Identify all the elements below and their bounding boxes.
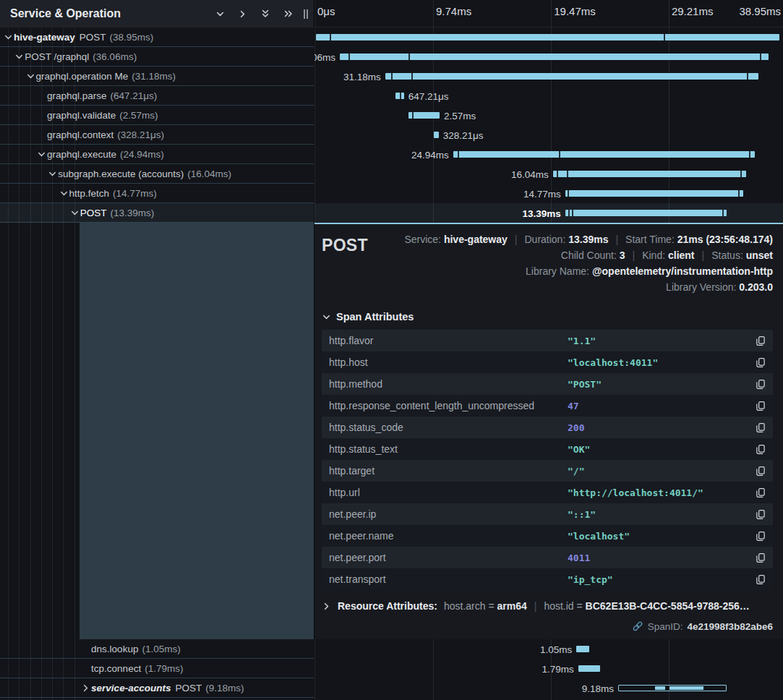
span-tree-cell[interactable]: graphql.validate (2.57ms) [0,106,315,125]
chevron-down-icon[interactable] [215,9,225,19]
copy-icon[interactable] [756,487,766,498]
span-tree-cell[interactable]: graphql.context (328.21μs) [0,125,315,145]
span-rows: hive-gateway POST (38.95ms) POST /graphq… [0,27,783,223]
span-tree-cell[interactable]: graphql.operation Me (31.18ms) [0,67,315,86]
double-chevron-right-icon[interactable] [283,9,294,19]
span-timeline-cell: 1.79ms [315,659,783,678]
copy-icon[interactable] [756,444,766,455]
duration-bar[interactable] [553,171,746,177]
copy-icon[interactable] [756,422,766,433]
attribute-value: "http://localhost:4011/" [568,487,756,498]
span-operation-name: subgraph.execute (accounts) [58,168,184,179]
span-tree-cell[interactable]: POST /graphql (36.06ms) [0,47,315,67]
duration-bar[interactable] [340,54,769,60]
span-tree-cell[interactable]: tcp.connect (1.79ms) [0,659,315,678]
duration-bar[interactable] [618,685,727,691]
span-row[interactable]: POST /graphql (36.06ms) 36.06ms [0,47,783,67]
copy-icon[interactable] [756,552,766,563]
detail-header: POST Service: hive-gateway|Duration: 13.… [322,231,773,295]
span-timeline-cell: 647.21μs [315,86,783,106]
span-id-value: 4e21998f3b82abe6 [687,621,773,632]
span-tree-cell[interactable]: http.fetch (14.77ms) [0,184,315,203]
copy-icon[interactable] [756,379,766,390]
resource-value: BC62E13B-C4CC-5854-9788-256… [586,600,750,612]
duration-bar[interactable] [453,151,755,158]
span-tree-cell[interactable]: subgraph.execute (accounts) (16.04ms) [0,164,315,184]
duration-bar[interactable] [316,34,779,40]
copy-icon[interactable] [756,466,766,477]
span-row[interactable]: graphql.validate (2.57ms) 2.57ms [0,106,783,125]
expand-chevron-icon[interactable] [48,169,58,179]
expand-chevron-icon[interactable] [26,72,36,81]
expand-chevron-icon[interactable] [14,52,25,61]
span-attributes-toggle[interactable]: Span Attributes [322,311,773,323]
double-chevron-down-icon[interactable] [260,9,270,19]
span-row[interactable]: graphql.parse (647.21μs) 647.21μs [0,86,783,106]
duration-bar[interactable] [565,210,727,216]
span-tree-cell[interactable]: service-accounts POST (9.18ms) [0,678,315,698]
span-timeline-cell: 31.18ms [315,67,783,86]
tree-header: Service & Operation [0,0,315,27]
span-tree-cell[interactable]: graphql.parse (647.21μs) [0,86,315,106]
span-operation-name: graphql.operation Me [36,71,129,82]
bar-notch [568,210,570,216]
chevron-right-icon[interactable] [238,9,247,19]
span-row[interactable]: subgraph.execute (accounts) (16.04ms) 16… [0,164,783,184]
span-duration-text: (328.21μs) [117,129,164,140]
span-tree-cell[interactable]: graphql.execute (24.94ms) [0,145,315,164]
attribute-value: "localhost:4011" [568,357,756,368]
span-tree-cell[interactable]: dns.lookup (1.05ms) [0,639,315,659]
copy-icon[interactable] [756,336,766,346]
meta-label: Library Version: [666,281,739,293]
span-duration-text: (38.95ms) [110,32,154,43]
link-icon[interactable] [632,620,643,632]
span-row[interactable]: dns.lookup (1.05ms) 1.05ms [0,639,783,659]
copy-icon[interactable] [756,357,766,368]
span-row[interactable]: service-accounts POST (9.18ms) 9.18ms [0,678,783,698]
attribute-row: net.transport "ip_tcp" [322,568,773,590]
expand-chevron-icon[interactable] [37,150,47,159]
span-timeline-cell: 16.04ms [315,164,783,184]
copy-icon[interactable] [756,401,766,411]
bar-notch [572,210,573,216]
duration-bar[interactable] [576,646,589,652]
meta-value: 0.203.0 [739,281,773,293]
attribute-row: http.method "POST" [322,373,773,395]
copy-icon[interactable] [756,574,766,585]
expand-chevron-icon[interactable] [70,208,80,218]
duration-bar[interactable] [408,112,440,119]
bar-duration-label: 1.79ms [542,663,574,674]
span-tree-cell[interactable]: POST (13.39ms) [0,203,315,223]
bar-duration-label: 9.18ms [582,683,614,693]
copy-icon[interactable] [756,509,766,520]
span-row[interactable]: graphql.context (328.21μs) 328.21μs [0,125,783,145]
span-row[interactable]: POST (13.39ms) 13.39ms [0,203,783,223]
duration-bar[interactable] [395,93,404,99]
bar-notch [567,171,568,177]
span-tree-cell[interactable]: hive-gateway POST (38.95ms) [0,27,315,47]
duration-bar[interactable] [565,190,743,197]
attribute-value: "::1" [568,509,756,520]
span-row[interactable]: http.fetch (14.77ms) 14.77ms [0,184,783,203]
span-row[interactable]: graphql.execute (24.94ms) 24.94ms [0,145,783,164]
meta-line: Child Count: 3|Kind: client|Status: unse… [404,247,773,263]
expand-chevron-icon[interactable] [81,683,91,693]
duration-bar[interactable] [434,132,438,138]
chevron-right-icon [322,602,331,611]
copy-icon[interactable] [756,531,766,542]
bar-notch [408,54,410,60]
span-row[interactable]: tcp.connect (1.79ms) 1.79ms [0,659,783,678]
span-row[interactable]: graphql.operation Me (31.18ms) 31.18ms [0,67,783,86]
bar-notch [330,34,331,40]
expand-chevron-icon[interactable] [4,33,14,42]
resource-attributes-toggle[interactable]: Resource Attributes: host.arch = arm64|h… [322,600,773,612]
column-resize-handle[interactable] [302,7,309,21]
expand-chevron-icon[interactable] [59,189,69,198]
span-row[interactable]: hive-gateway POST (38.95ms) [0,27,783,47]
duration-bar[interactable] [578,665,600,672]
attribute-key: http.url [329,487,568,498]
attribute-key: http.response_content_length_uncompresse… [329,400,568,411]
meta-label: Kind: [642,249,668,261]
duration-bar[interactable] [385,73,758,80]
attribute-row: net.peer.port 4011 [322,547,773,568]
